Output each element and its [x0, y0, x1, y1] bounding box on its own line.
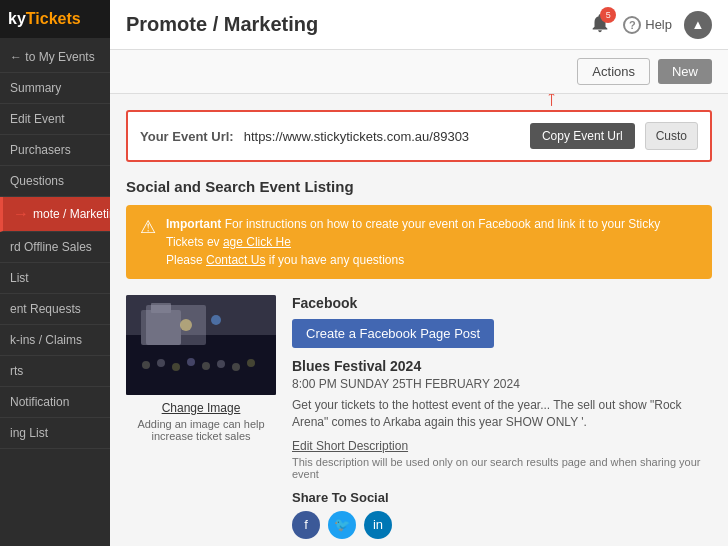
up-arrow-icon: ↑ [546, 94, 558, 109]
sidebar-item-questions[interactable]: Questions [0, 166, 110, 197]
copy-url-button[interactable]: Copy Event Url [530, 123, 635, 149]
help-button[interactable]: ? Help [623, 16, 672, 34]
event-date: 8:00 PM SUNDAY 25TH FEBRUARY 2024 [292, 377, 712, 391]
sidebar-item-waiting-list[interactable]: ing List [0, 418, 110, 449]
change-image-hint: Adding an image can help increase ticket… [126, 418, 276, 442]
sidebar-item-notification[interactable]: Notification [0, 387, 110, 418]
svg-point-9 [217, 360, 225, 368]
svg-point-5 [157, 359, 165, 367]
warning-box: ⚠ Important For instructions on how to c… [126, 205, 712, 279]
facebook-section: Change Image Adding an image can help in… [126, 295, 712, 539]
sidebar-nav: ← to My Events Summary Edit Event Purcha… [0, 42, 110, 449]
svg-point-7 [187, 358, 195, 366]
topbar-right: 5 ? Help ▲ [589, 11, 712, 39]
share-label: Share To Social [292, 490, 712, 505]
svg-point-10 [232, 363, 240, 371]
sidebar-item-offline-sales[interactable]: rd Offline Sales [0, 232, 110, 263]
new-button[interactable]: New [658, 59, 712, 84]
twitter-share-icon[interactable]: 🐦 [328, 511, 356, 539]
section-title: Social and Search Event Listing [126, 178, 712, 195]
linkedin-share-icon[interactable]: in [364, 511, 392, 539]
topbar: Promote / Marketing 5 ? Help ▲ [110, 0, 728, 50]
sidebar-item-promote-marketing[interactable]: → mote / Marketing [0, 197, 110, 232]
svg-rect-3 [151, 303, 171, 313]
actions-bar: Actions New [110, 50, 728, 94]
click-here-link[interactable]: age Click He [223, 235, 291, 249]
svg-point-4 [142, 361, 150, 369]
actions-button[interactable]: Actions [577, 58, 650, 85]
page-title: Promote / Marketing [126, 13, 318, 36]
sidebar-item-edit-event[interactable]: Edit Event [0, 104, 110, 135]
warning-triangle-icon: ⚠ [140, 216, 156, 238]
url-value: https://www.stickytickets.com.au/89303 [244, 129, 520, 144]
help-circle-icon: ? [623, 16, 641, 34]
notification-icon[interactable]: 5 [589, 12, 611, 37]
social-icons: f 🐦 in [292, 511, 712, 539]
svg-rect-2 [141, 310, 181, 345]
contact-us-link[interactable]: Contact Us [206, 253, 265, 267]
arrow-icon: → [13, 205, 29, 223]
sidebar-item-list[interactable]: List [0, 263, 110, 294]
event-image-wrap: Change Image Adding an image can help in… [126, 295, 276, 539]
edit-hint: This description will be used only on ou… [292, 456, 712, 480]
facebook-details: Facebook Create a Facebook Page Post Blu… [292, 295, 712, 539]
svg-point-8 [202, 362, 210, 370]
svg-point-6 [172, 363, 180, 371]
event-name: Blues Festival 2024 [292, 358, 712, 374]
sidebar-item-checkins[interactable]: k-ins / Claims [0, 325, 110, 356]
facebook-share-icon[interactable]: f [292, 511, 320, 539]
main-area: Promote / Marketing 5 ? Help ▲ Actions N… [110, 0, 728, 546]
create-fb-post-button[interactable]: Create a Facebook Page Post [292, 319, 494, 348]
warning-suffix: if you have any questions [269, 253, 404, 267]
brand-name: ky [8, 10, 26, 27]
change-image-link[interactable]: Change Image [162, 401, 241, 415]
sidebar: kyTickets ← to My Events Summary Edit Ev… [0, 0, 110, 546]
content-area: Your Event Url: https://www.stickyticket… [110, 94, 728, 546]
brand-tickets: Tickets [26, 10, 81, 27]
notification-badge: 5 [600, 7, 616, 23]
url-label: Your Event Url: [140, 129, 234, 144]
svg-point-11 [247, 359, 255, 367]
event-description: Get your tickets to the hottest event of… [292, 397, 712, 431]
facebook-label: Facebook [292, 295, 712, 311]
brand-logo[interactable]: kyTickets [0, 0, 110, 38]
custom-button[interactable]: Custo [645, 122, 698, 150]
sidebar-item-reports[interactable]: rts [0, 356, 110, 387]
svg-point-12 [180, 319, 192, 331]
sidebar-item-summary[interactable]: Summary [0, 73, 110, 104]
event-url-bar: Your Event Url: https://www.stickyticket… [126, 110, 712, 162]
sidebar-item-event-requests[interactable]: ent Requests [0, 294, 110, 325]
sidebar-item-my-events[interactable]: ← to My Events [0, 42, 110, 73]
event-image [126, 295, 276, 395]
edit-description-link[interactable]: Edit Short Description [292, 439, 712, 453]
help-label: Help [645, 17, 672, 32]
important-label: Important [166, 217, 221, 231]
sidebar-item-purchasers[interactable]: Purchasers [0, 135, 110, 166]
svg-point-13 [211, 315, 221, 325]
warning-text: Important For instructions on how to cre… [166, 215, 698, 269]
user-avatar[interactable]: ▲ [684, 11, 712, 39]
url-arrow-annotation: Your event page link is ↑ [481, 94, 622, 109]
